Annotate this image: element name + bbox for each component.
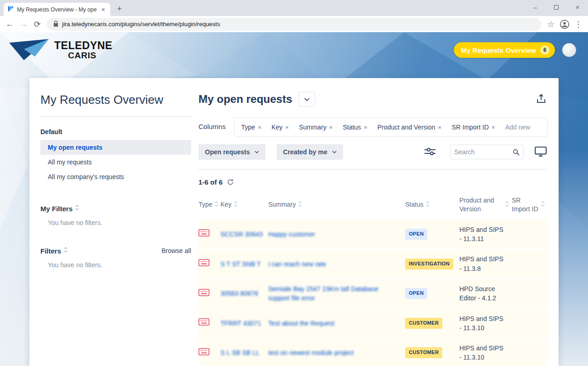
- sidebar-nav-item[interactable]: All my requests: [40, 155, 191, 169]
- column-sort-icon: [298, 201, 302, 208]
- remove-chip-icon[interactable]: ×: [285, 124, 289, 130]
- request-key-link[interactable]: 30583 80878: [220, 290, 258, 297]
- request-row: TFRRT 43071 Test about the Request CUSTO…: [198, 309, 548, 339]
- display-mode-button[interactable]: [534, 146, 548, 159]
- browser-menu-icon[interactable]: ⋮: [571, 17, 585, 31]
- remove-chip-icon[interactable]: ×: [364, 124, 368, 130]
- sidebar-nav-item[interactable]: My open requests: [40, 140, 191, 155]
- filters-heading: Filters: [40, 247, 61, 255]
- requests-button-label: My Requests Overview: [461, 46, 536, 54]
- table-column-header[interactable]: Type: [198, 200, 220, 209]
- tab-close-icon[interactable]: ×: [100, 6, 107, 13]
- service-request-type-icon: [198, 229, 209, 236]
- export-button[interactable]: [535, 92, 548, 107]
- refresh-icon[interactable]: ⟳: [30, 17, 44, 31]
- columns-label: Columns: [198, 118, 234, 130]
- table-column-header[interactable]: Product and Version: [459, 196, 512, 214]
- request-summary-link[interactable]: Happy customer: [268, 231, 315, 238]
- column-chip: SR Import ID ×: [452, 124, 495, 131]
- window-maximize-icon[interactable]: [546, 0, 567, 15]
- request-summary-link[interactable]: Test about the Request: [268, 320, 334, 327]
- refresh-results-button[interactable]: [227, 179, 234, 186]
- search-box: [450, 145, 524, 159]
- add-new-column[interactable]: Add new: [505, 124, 530, 131]
- browser-tabstrip: My Requests Overview - My ope × + – ×: [0, 0, 588, 16]
- browser-tab[interactable]: My Requests Overview - My ope ×: [4, 3, 110, 16]
- browser-navbar: ← → ⟳ jira.teledynecaris.com/plugins/ser…: [0, 16, 588, 32]
- request-type-cell: [198, 348, 220, 358]
- navbar-right: ☆ ⋮: [544, 17, 585, 31]
- forward-icon[interactable]: →: [17, 17, 30, 31]
- request-key-link[interactable]: SCCSR 30643: [220, 231, 263, 238]
- table-column-header[interactable]: Key: [220, 200, 268, 209]
- remove-chip-icon[interactable]: ×: [258, 124, 261, 130]
- table-column-header[interactable]: Status: [405, 200, 459, 209]
- request-summary-link[interactable]: test on newest module project: [268, 349, 354, 356]
- table-header-row: Type Key Summary Status Product and Vers…: [198, 191, 548, 220]
- column-chip: Key ×: [271, 124, 289, 131]
- filters-heading-row: Filters Browse all: [40, 247, 191, 255]
- remove-chip-icon[interactable]: ×: [492, 124, 495, 130]
- address-bar[interactable]: jira.teledynecaris.com/plugins/servlet/t…: [47, 18, 541, 31]
- remove-chip-icon[interactable]: ×: [329, 124, 333, 130]
- main-divider: [198, 169, 548, 170]
- logo-teledyne: TELEDYNE: [54, 40, 113, 51]
- main-header: My open requests: [198, 92, 548, 107]
- owner-filter-dropdown[interactable]: Created by me: [277, 144, 343, 160]
- column-header-label: Type: [198, 200, 212, 209]
- url-text: jira.teledynecaris.com/plugins/servlet/t…: [62, 21, 220, 28]
- title-dropdown-button[interactable]: [299, 92, 315, 107]
- request-summary-link[interactable]: i can reach new rate: [268, 260, 326, 268]
- request-summary-link[interactable]: Semiale Bay 2547 23Km tall Database supp…: [268, 285, 379, 302]
- export-icon: [536, 93, 547, 104]
- header-right: My Requests Overview 6: [454, 42, 576, 58]
- request-row: SCCSR 30643 Happy customer OPEN HIPS and…: [198, 220, 548, 250]
- request-key-link[interactable]: S T ST SNB T: [220, 260, 261, 268]
- profile-icon[interactable]: [558, 17, 571, 31]
- filters-empty-text: You have no filters.: [40, 261, 191, 269]
- browse-all-link[interactable]: Browse all: [161, 247, 191, 254]
- chevron-down-icon: [304, 98, 310, 101]
- table-column-header[interactable]: Summary: [268, 200, 405, 209]
- service-request-type-icon: [198, 289, 209, 296]
- column-sort-icon: [234, 201, 237, 208]
- user-avatar[interactable]: [562, 43, 576, 57]
- column-chip-label: Status: [343, 124, 361, 131]
- main-content: My open requests Columns Type × Key × Su…: [198, 78, 559, 366]
- product-version-cell: HPD Source Editor - 4.1.2: [459, 284, 512, 303]
- my-requests-overview-button[interactable]: My Requests Overview 6: [454, 42, 555, 58]
- column-chip-label: Type: [241, 124, 255, 131]
- search-input[interactable]: [454, 148, 513, 156]
- requests-count-badge: 6: [540, 45, 549, 55]
- window-minimize-icon[interactable]: –: [525, 0, 546, 15]
- sidebar-nav-item[interactable]: All my company's requests: [40, 169, 191, 184]
- product-version-cell: HIPS and SIPS - 11.3.8: [459, 254, 512, 273]
- column-chip-label: Key: [271, 124, 283, 131]
- requests-table: Type Key Summary Status Product and Vers…: [198, 191, 548, 366]
- monitor-icon: [535, 146, 547, 157]
- columns-row: Columns Type × Key × Summary × Status × …: [198, 118, 548, 137]
- bookmark-star-icon[interactable]: ☆: [544, 17, 558, 31]
- table-column-header[interactable]: SR Import ID: [512, 196, 548, 214]
- logo-arrow-icon: [8, 39, 51, 61]
- my-filters-heading-row: My Filters: [40, 204, 191, 213]
- request-key-link[interactable]: TFRRT 43071: [220, 320, 261, 327]
- request-status-filter-dropdown[interactable]: Open requests: [198, 144, 266, 160]
- sidebar-item-label: My open requests: [48, 144, 102, 151]
- remove-chip-icon[interactable]: ×: [438, 124, 442, 130]
- my-filters-sort-icon[interactable]: [75, 204, 79, 213]
- advanced-filters-button[interactable]: [424, 146, 436, 158]
- sidebar-divider: [40, 116, 191, 117]
- filters-sort-icon[interactable]: [64, 247, 68, 255]
- teledyne-caris-logo[interactable]: TELEDYNE CARIS: [8, 39, 113, 61]
- window-close-icon[interactable]: ×: [567, 0, 588, 15]
- site-header: TELEDYNE CARIS My Requests Overview 6: [0, 32, 588, 68]
- back-icon[interactable]: ←: [3, 17, 17, 31]
- status-badge: OPEN: [405, 229, 427, 240]
- my-filters-empty-text: You have no filters.: [40, 219, 191, 226]
- column-chip-box[interactable]: Type × Key × Summary × Status × Product …: [234, 118, 548, 137]
- default-section-heading: Default: [40, 128, 191, 135]
- new-tab-button[interactable]: +: [113, 2, 126, 15]
- request-key-link[interactable]: S L SB SB LL: [220, 349, 260, 356]
- column-header-label: SR Import ID: [512, 196, 539, 214]
